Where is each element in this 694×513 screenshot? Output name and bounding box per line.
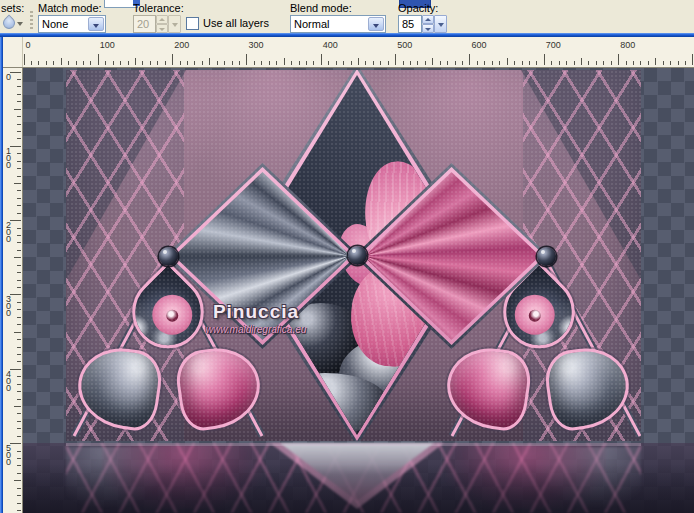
- ruler-tick: [425, 61, 426, 65]
- tool-options-toolbar: sets: Match mode: None Tolerance: 20 Use…: [0, 0, 694, 33]
- ruler-tick: [321, 54, 322, 65]
- ruler-tick: [17, 488, 21, 489]
- ruler-tick: [626, 61, 627, 65]
- ruler-tick: [358, 58, 359, 65]
- ruler-tick: [692, 54, 693, 65]
- ruler-tick: [142, 61, 143, 65]
- chevron-down-icon[interactable]: [434, 15, 447, 33]
- horizontal-ruler[interactable]: 0100200300400500600700800900: [3, 37, 694, 68]
- ruler-tick: [410, 61, 411, 65]
- ruler-tick: [17, 384, 21, 385]
- ruler-tick: [17, 250, 21, 251]
- arrow-down-icon[interactable]: [422, 24, 434, 33]
- ruler-tick: [150, 61, 151, 65]
- ruler-tick: [113, 61, 114, 65]
- ruler-tick: [17, 116, 21, 117]
- use-all-layers-checkbox[interactable]: [186, 17, 199, 30]
- ruler-tick: [17, 228, 21, 229]
- ruler-tick: [499, 61, 500, 65]
- ruler-tick: [202, 61, 203, 65]
- ruler-label: 800: [620, 40, 635, 50]
- opacity-spin-buttons[interactable]: [422, 15, 434, 33]
- trefoil-pink-lobe: [442, 343, 534, 434]
- ruler-tick: [484, 61, 485, 65]
- ruler-tick: [380, 61, 381, 65]
- ruler-tick: [648, 61, 649, 65]
- match-mode-label: Match mode:: [38, 2, 102, 14]
- opacity-spinner[interactable]: 85: [398, 15, 447, 33]
- ruler-tick: [17, 361, 21, 362]
- opacity-value[interactable]: 85: [398, 15, 422, 33]
- ruler-tick: [17, 235, 21, 236]
- ruler-tick: [544, 54, 545, 65]
- ruler-label: 100: [100, 40, 115, 50]
- ruler-tick: [24, 54, 25, 65]
- ruler-tick: [31, 61, 32, 65]
- ruler-tick: [135, 58, 136, 65]
- artwork-reflection: [23, 443, 694, 513]
- ruler-tick: [17, 347, 21, 348]
- ruler-tick: [522, 61, 523, 65]
- reflection-fade: [23, 443, 694, 513]
- ruler-tick: [194, 61, 195, 65]
- ruler-tick: [14, 183, 21, 184]
- ruler-tick: [477, 61, 478, 65]
- ruler-tick: [17, 421, 21, 422]
- image-canvas[interactable]: Pinuccia www.maidiregrafica.eu: [23, 68, 694, 513]
- ruler-tick: [17, 495, 21, 496]
- ruler-tick: [17, 399, 21, 400]
- ruler-tick: [17, 272, 21, 273]
- ruler-tick: [670, 61, 671, 65]
- blend-mode-label: Blend mode:: [290, 2, 352, 14]
- ruler-tick: [83, 61, 84, 65]
- arrow-up-icon: [156, 15, 168, 24]
- ruler-tick: [365, 61, 366, 65]
- ruler-tick: [261, 61, 262, 65]
- ruler-tick: [10, 220, 21, 221]
- ruler-tick: [388, 61, 389, 65]
- preset-picker-icon[interactable]: [2, 15, 24, 31]
- ruler-tick: [611, 61, 612, 65]
- ruler-tick: [17, 205, 21, 206]
- arrow-up-icon[interactable]: [422, 15, 434, 24]
- ruler-tick: [455, 61, 456, 65]
- opacity-label: Opacity:: [398, 2, 438, 14]
- match-mode-combobox[interactable]: None: [38, 15, 106, 33]
- ruler-tick: [17, 510, 21, 511]
- ruler-tick: [284, 58, 285, 65]
- horizontal-ruler-area[interactable]: 0100200300400500600700800900: [23, 37, 694, 67]
- ruler-tick: [17, 436, 21, 437]
- ruler-tick: [336, 61, 337, 65]
- ruler-tick: [403, 61, 404, 65]
- vertical-ruler[interactable]: 01 0 02 0 03 0 04 0 05 0 0: [3, 68, 23, 513]
- ruler-tick: [10, 294, 21, 295]
- ruler-tick: [10, 146, 21, 147]
- ruler-tick: [165, 61, 166, 65]
- chevron-down-icon[interactable]: [88, 17, 104, 31]
- ruler-tick: [492, 61, 493, 65]
- ruler-tick: [17, 458, 21, 459]
- ruler-tick: [581, 58, 582, 65]
- ruler-tick: [10, 72, 21, 73]
- arrow-down-icon: [156, 24, 168, 33]
- trefoil-pink-lobe: [173, 343, 265, 434]
- ruler-label: 200: [174, 40, 189, 50]
- ruler-tick: [76, 61, 77, 65]
- ruler-tick: [17, 354, 21, 355]
- trefoil-gray-lobe: [73, 343, 165, 434]
- ruler-tick: [14, 257, 21, 258]
- blend-mode-value: Normal: [294, 18, 367, 30]
- blend-mode-combobox[interactable]: Normal: [290, 15, 386, 33]
- ruler-tick: [209, 58, 210, 65]
- ruler-tick: [678, 61, 679, 65]
- ruler-tick: [17, 465, 21, 466]
- ruler-tick: [417, 61, 418, 65]
- ruler-tick: [17, 302, 21, 303]
- ruler-tick: [14, 332, 21, 333]
- chevron-down-icon[interactable]: [368, 17, 384, 31]
- ruler-tick: [128, 61, 129, 65]
- orchid-detail: [152, 295, 192, 335]
- ruler-tick: [343, 61, 344, 65]
- ruler-tick: [574, 61, 575, 65]
- ruler-tick: [10, 369, 21, 370]
